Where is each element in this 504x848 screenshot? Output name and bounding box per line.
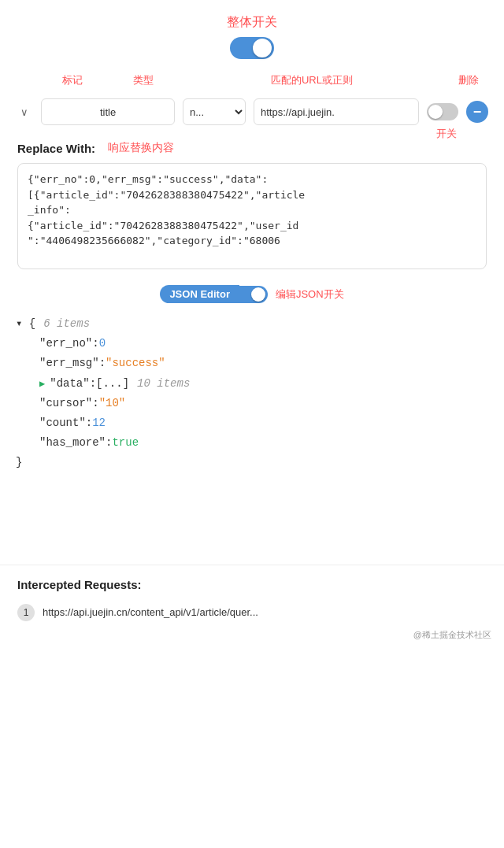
json-line-has-more: "has_more" : true — [16, 433, 488, 453]
json-editor-label[interactable]: JSON Editor — [160, 285, 239, 303]
watermark: @稀土掘金技术社区 — [0, 626, 504, 647]
header-mark: 标记 — [41, 73, 104, 87]
json-line-err-no: "err_no" : 0 — [16, 334, 488, 354]
intercepted-section: Intercepted Requests: 1 https://api.juej… — [0, 578, 504, 626]
header-delete: 删除 — [449, 73, 488, 87]
expand-data-icon[interactable]: ▶ — [39, 376, 45, 394]
row-toggle-knob — [428, 105, 443, 119]
table-row: ∨ n... regex glob − 开关 — [0, 94, 504, 130]
delete-btn[interactable]: − — [466, 101, 488, 123]
replace-textarea[interactable]: {"err_no":0,"err_msg":"success","data": … — [17, 163, 487, 269]
divider — [0, 565, 504, 565]
top-toggle-section: 整体开关 — [0, 0, 504, 67]
json-line-data[interactable]: ▶ "data" : [...] 10 items — [16, 374, 488, 394]
request-item[interactable]: 1 https://api.juejin.cn/content_api/v1/a… — [17, 599, 487, 626]
type-select[interactable]: n... regex glob — [183, 98, 246, 125]
json-line-err-msg: "err_msg" : "success" — [16, 354, 488, 373]
json-editor-toggle-row: JSON Editor 编辑JSON开关 — [0, 285, 504, 303]
switch-annotation: 开关 — [436, 127, 457, 141]
header-type: 类型 — [112, 73, 175, 87]
header-url: 匹配的URL或正则 — [183, 73, 441, 87]
json-root-close: } — [16, 453, 488, 472]
row-expand-btn[interactable]: ∨ — [16, 103, 33, 120]
json-line-cursor: "cursor" : "10" — [16, 394, 488, 413]
top-toggle-label: 整体开关 — [227, 14, 277, 31]
replace-annotation: 响应替换内容 — [108, 141, 174, 155]
minus-icon: − — [473, 105, 482, 119]
replace-section: Replace With: 响应替换内容 {"err_no":0,"err_ms… — [0, 130, 504, 272]
tag-input[interactable] — [41, 98, 175, 125]
chevron-down-icon: ∨ — [20, 106, 28, 118]
json-root-open: ▾ { 6 items — [16, 314, 488, 334]
intercepted-requests-title: Intercepted Requests: — [17, 578, 487, 591]
json-editor-toggle[interactable] — [239, 286, 268, 303]
main-container: 整体开关 标记 类型 匹配的URL或正则 删除 ∨ n... regex glo… — [0, 0, 504, 848]
json-tree: ▾ { 6 items "err_no" : 0 "err_msg" : "su… — [0, 306, 504, 489]
json-line-count: "count" : 12 — [16, 413, 488, 433]
global-toggle[interactable] — [230, 37, 274, 59]
replace-header: Replace With: 响应替换内容 — [17, 141, 487, 155]
global-toggle-knob — [253, 39, 272, 57]
json-editor-toggle-knob — [251, 287, 265, 302]
request-url: https://api.juejin.cn/content_api/v1/art… — [43, 606, 258, 618]
row-toggle[interactable] — [427, 103, 458, 120]
spacer — [0, 489, 504, 552]
json-editor-annotation: 编辑JSON开关 — [276, 287, 344, 302]
table-header: 标记 类型 匹配的URL或正则 删除 — [0, 67, 504, 94]
request-index: 1 — [17, 604, 35, 621]
replace-label: Replace With: — [17, 142, 95, 155]
url-input[interactable] — [254, 98, 419, 125]
